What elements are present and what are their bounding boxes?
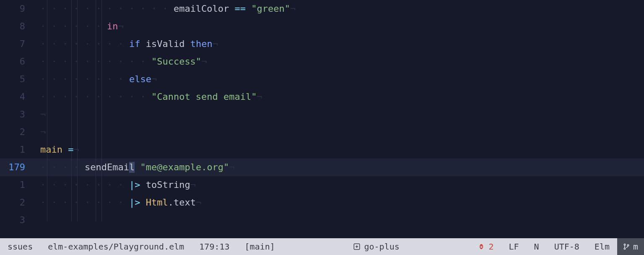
status-bug-count: 2 xyxy=(488,242,493,251)
status-encoding[interactable]: UTF-8 xyxy=(547,238,587,255)
code-line[interactable]: 2 · · · · · · · · |> Html.text¬ xyxy=(0,194,644,211)
code-line[interactable]: 7 · · · · · · · · if isValid then¬ xyxy=(0,35,644,53)
token-identifier: text xyxy=(174,198,196,207)
eol-marker: ¬ xyxy=(73,145,79,154)
token-keyword: in xyxy=(107,22,118,31)
token-keyword: else xyxy=(129,75,151,84)
status-go-plus[interactable]: go-plus xyxy=(345,238,407,255)
line-number-active: 179 xyxy=(0,163,40,172)
status-branch-text: [main] xyxy=(245,242,275,251)
status-bar: ssues elm-examples/Playground.elm 179:13… xyxy=(0,238,644,255)
code-line[interactable]: 2 ¬ xyxy=(0,123,644,141)
token-identifier: toString xyxy=(146,180,190,190)
eol-marker: ¬ xyxy=(40,110,46,119)
line-number: 8 xyxy=(0,22,40,31)
eol-marker: ¬ xyxy=(151,75,157,84)
token-definition: main xyxy=(40,145,62,154)
status-filepath[interactable]: elm-examples/Playground.elm xyxy=(40,238,192,255)
status-git-branch[interactable]: [main] xyxy=(237,238,283,255)
bug-icon xyxy=(478,243,485,250)
code-line[interactable]: 4 · · · · · · · · · · "Cannot send email… xyxy=(0,88,644,106)
line-number: 2 xyxy=(0,128,40,137)
status-goplus-text: go-plus xyxy=(364,242,399,251)
code-line[interactable]: 1 · · · · · · · · |> toString¬ xyxy=(0,176,644,194)
status-language[interactable]: Elm xyxy=(587,238,617,255)
line-number: 4 xyxy=(0,92,40,101)
code-line[interactable]: 6 · · · · · · · · · · "Success"¬ xyxy=(0,53,644,70)
status-language-text: Elm xyxy=(595,242,610,251)
token-identifier: emailColor xyxy=(174,4,229,13)
line-number: 9 xyxy=(0,4,40,13)
eol-marker: ¬ xyxy=(290,4,296,13)
line-number: 1 xyxy=(0,145,40,154)
token-identifier: sendEmai xyxy=(85,163,129,172)
status-issues-label: ssues xyxy=(8,242,33,251)
eol-marker: ¬ xyxy=(40,128,46,137)
token-string: "me@example.org" xyxy=(140,163,229,172)
svg-point-5 xyxy=(627,245,628,246)
line-number: 2 xyxy=(0,198,40,207)
line-number: 6 xyxy=(0,57,40,66)
token-string: "green" xyxy=(251,4,290,13)
eol-marker: ¬ xyxy=(118,22,123,31)
svg-point-3 xyxy=(624,244,625,245)
status-encoding-text: UTF-8 xyxy=(554,242,579,251)
status-vim-mode[interactable]: N xyxy=(527,238,547,255)
token-operator: |> xyxy=(129,180,140,190)
status-issues[interactable]: ssues xyxy=(0,238,40,255)
code-line[interactable]: 9 · · · · · · · · · · · · emailColor == … xyxy=(0,0,644,18)
line-number: 3 xyxy=(0,216,40,225)
status-filepath-text: elm-examples/Playground.elm xyxy=(48,242,184,251)
code-line[interactable]: 1 main =¬ xyxy=(0,141,644,159)
line-number: 5 xyxy=(0,75,40,84)
status-cursor-position[interactable]: 179:13 xyxy=(192,238,237,255)
status-line-ending-text: LF xyxy=(509,242,519,251)
status-mode-text: N xyxy=(534,242,539,251)
svg-point-4 xyxy=(624,248,625,249)
eol-marker: ¬ xyxy=(213,39,218,49)
token-operator: == xyxy=(229,4,251,13)
line-number: 1 xyxy=(0,180,40,190)
token-string: "Cannot send email" xyxy=(151,92,257,101)
token-keyword: then xyxy=(190,39,213,49)
eol-marker: ¬ xyxy=(201,57,207,66)
token-string: "Success" xyxy=(151,57,201,66)
eol-marker: ¬ xyxy=(190,180,196,190)
plus-square-icon xyxy=(353,243,361,250)
eol-marker: ¬ xyxy=(229,163,234,172)
code-editor[interactable]: 9 · · · · · · · · · · · · emailColor == … xyxy=(0,0,644,238)
token-identifier: isValid xyxy=(140,39,190,49)
code-line[interactable]: 3 ¬ xyxy=(0,106,644,123)
code-line-current[interactable]: 179 · · · · sendEmail "me@example.org"¬ xyxy=(0,159,644,176)
code-line[interactable]: 5 · · · · · · · · else¬ xyxy=(0,70,644,88)
status-line-ending[interactable]: LF xyxy=(501,238,526,255)
code-line[interactable]: 8 · · · · · · in¬ xyxy=(0,18,644,35)
token-operator: = xyxy=(62,145,74,154)
eol-marker: ¬ xyxy=(257,92,262,101)
cursor-selection: l xyxy=(129,162,135,173)
line-number: 3 xyxy=(0,110,40,119)
status-diagnostics[interactable]: 2 xyxy=(470,238,501,255)
status-git-right[interactable]: m xyxy=(617,238,644,255)
git-branch-icon xyxy=(623,242,630,251)
code-line[interactable]: 3 xyxy=(0,211,644,229)
token-type: Html xyxy=(146,198,168,207)
line-number: 7 xyxy=(0,39,40,49)
eol-marker: ¬ xyxy=(196,198,201,207)
status-cursor-text: 179:13 xyxy=(199,242,229,251)
token-operator: |> xyxy=(129,198,140,207)
status-git-right-text: m xyxy=(633,242,638,251)
token-keyword: if xyxy=(129,39,140,49)
